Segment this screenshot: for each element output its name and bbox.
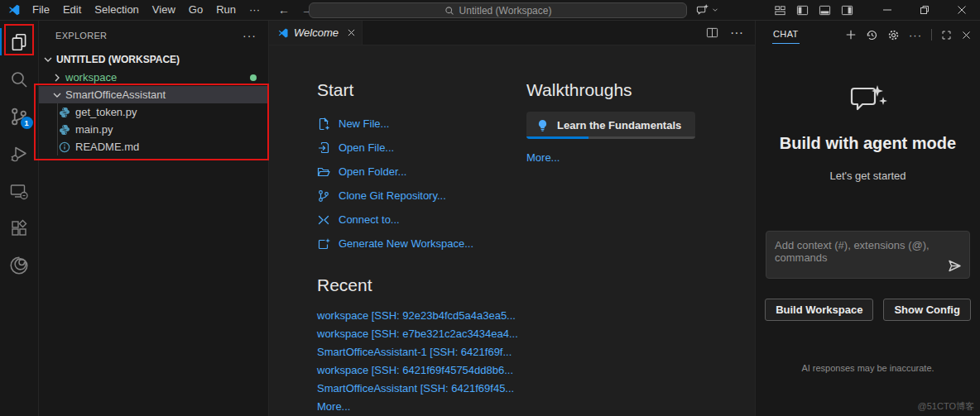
- menu-overflow[interactable]: ···: [243, 0, 267, 20]
- chat-heading: Build with agent mode: [756, 134, 980, 153]
- copilot-menu[interactable]: [696, 3, 719, 16]
- activity-custom-extension[interactable]: [0, 246, 39, 284]
- minimize-button[interactable]: [868, 0, 906, 20]
- tab-close-icon[interactable]: [348, 29, 355, 36]
- start-open-file-label: Open File...: [339, 141, 394, 154]
- chat-subheading: Let's get started: [756, 170, 980, 182]
- chat-input-container: [766, 231, 970, 279]
- start-new-file[interactable]: New File...: [317, 112, 526, 136]
- build-workspace-button[interactable]: Build Workspace: [765, 299, 873, 321]
- send-icon[interactable]: [948, 260, 962, 272]
- recent-item[interactable]: workspace [SSH: 6421f69f45754dd8b6...: [317, 361, 526, 380]
- activity-run-debug[interactable]: [0, 135, 39, 172]
- explorer-sidebar: EXPLORER ··· UNTITLED (WORKSPACE) worksp…: [39, 21, 269, 416]
- menu-edit[interactable]: Edit: [56, 0, 88, 20]
- activity-extensions[interactable]: [0, 209, 39, 246]
- explorer-actions-more[interactable]: ···: [243, 29, 257, 42]
- folder-workspace[interactable]: workspace: [39, 69, 268, 86]
- start-open-file[interactable]: Open File...: [317, 136, 526, 160]
- search-icon: [444, 6, 454, 16]
- recent-item[interactable]: SmartOfficeAssistant [SSH: 6421f69f45...: [317, 380, 526, 398]
- file-main-py[interactable]: main.py: [39, 121, 268, 138]
- watermark: @51CTO博客: [918, 400, 974, 413]
- start-connect-to[interactable]: Connect to...: [317, 208, 526, 232]
- start-heading: Start: [317, 80, 526, 100]
- menu-go[interactable]: Go: [182, 0, 209, 20]
- start-clone-git[interactable]: Clone Git Repository...: [317, 184, 526, 208]
- start-generate-workspace[interactable]: Generate New Workspace...: [317, 232, 526, 256]
- tab-welcome-label: Welcome: [294, 26, 343, 39]
- python-icon: [59, 107, 70, 118]
- menu-selection[interactable]: Selection: [88, 0, 145, 20]
- recent-item[interactable]: workspace [SSH: e7be321c2ac3434ea4...: [317, 325, 526, 343]
- split-editor-icon[interactable]: [706, 26, 718, 39]
- copilot-icon: [696, 3, 709, 16]
- chevron-down-icon: [41, 53, 55, 66]
- explorer-title: EXPLORER: [55, 31, 243, 41]
- recent-item[interactable]: workspace [SSH: 92e23b4fcd5a4a3ea5...: [317, 307, 526, 325]
- remote-connect-icon: [317, 213, 330, 227]
- menu-view[interactable]: View: [146, 0, 182, 20]
- start-open-folder[interactable]: Open Folder...: [317, 160, 526, 184]
- generate-workspace-icon: [317, 237, 330, 251]
- extensions-icon: [9, 218, 29, 238]
- welcome-page: Start New File... Open File...: [269, 45, 755, 416]
- gear-icon[interactable]: [887, 29, 900, 41]
- chat-input[interactable]: [766, 232, 969, 278]
- folder-smartofficeassistant[interactable]: SmartOfficeAssistant: [39, 86, 268, 103]
- editor-actions-more[interactable]: ···: [730, 26, 743, 41]
- maximize-panel-icon[interactable]: [941, 30, 952, 41]
- git-branch-icon: [317, 189, 330, 203]
- walkthrough-progress-track: [526, 136, 695, 139]
- copilot-chat-icon: [849, 84, 887, 117]
- activity-search[interactable]: [0, 60, 39, 98]
- start-open-folder-label: Open Folder...: [339, 165, 406, 178]
- close-panel-icon[interactable]: [961, 30, 972, 41]
- start-connect-to-label: Connect to...: [339, 213, 400, 226]
- python-icon: [59, 124, 70, 136]
- tab-bar: Welcome ···: [269, 21, 755, 45]
- activity-remote-explorer[interactable]: [0, 172, 39, 209]
- git-modified-dot: [250, 74, 257, 81]
- close-window-button[interactable]: [943, 0, 980, 20]
- info-icon: [59, 141, 70, 153]
- run-debug-icon: [9, 144, 29, 164]
- recent-more-link[interactable]: More...: [317, 398, 526, 416]
- new-chat-icon[interactable]: [845, 29, 857, 41]
- tab-welcome[interactable]: Welcome: [269, 21, 363, 45]
- file-get-token-py-label: get_token.py: [75, 106, 137, 118]
- toggle-primary-sidebar-icon[interactable]: [796, 4, 809, 17]
- menu-file[interactable]: File: [26, 0, 56, 20]
- workspace-section-label: UNTITLED (WORKSPACE): [56, 54, 180, 65]
- toggle-secondary-sidebar-icon[interactable]: [841, 4, 853, 17]
- workspace-section-header[interactable]: UNTITLED (WORKSPACE): [39, 50, 268, 69]
- menu-run[interactable]: Run: [209, 0, 243, 20]
- recent-item[interactable]: SmartOfficeAssistant-1 [SSH: 6421f69f...: [317, 343, 526, 361]
- chat-more-icon[interactable]: ···: [909, 29, 922, 41]
- search-icon: [9, 69, 29, 89]
- walkthroughs-heading: Walkthroughs: [526, 80, 755, 100]
- file-main-py-label: main.py: [75, 123, 113, 136]
- customize-layout-icon[interactable]: [774, 4, 786, 17]
- titlebar: File Edit Selection View Go Run ··· ← → …: [0, 0, 980, 21]
- activity-explorer[interactable]: [0, 23, 39, 60]
- chat-tab[interactable]: CHAT: [772, 26, 800, 44]
- walkthrough-learn-fundamentals[interactable]: Learn the Fundamentals: [526, 112, 695, 139]
- lightbulb-icon: [537, 119, 548, 131]
- file-get-token-py[interactable]: get_token.py: [39, 103, 268, 121]
- nav-back-icon[interactable]: ←: [278, 3, 290, 17]
- vscode-logo-icon: [7, 3, 21, 17]
- show-config-button[interactable]: Show Config: [883, 299, 970, 321]
- toggle-panel-icon[interactable]: [819, 4, 831, 17]
- walkthroughs-more-link[interactable]: More...: [526, 151, 755, 164]
- file-readme-md[interactable]: README.md: [39, 138, 268, 155]
- walkthrough-card-label: Learn the Fundamentals: [557, 119, 681, 131]
- start-new-file-label: New File...: [339, 117, 389, 130]
- recent-heading: Recent: [317, 275, 526, 295]
- activity-source-control[interactable]: 1: [0, 98, 39, 135]
- scm-badge: 1: [21, 117, 33, 129]
- restore-button[interactable]: [906, 0, 943, 20]
- files-icon: [8, 31, 30, 53]
- history-icon[interactable]: [866, 29, 878, 41]
- command-center-search[interactable]: Untitled (Workspace): [309, 2, 687, 18]
